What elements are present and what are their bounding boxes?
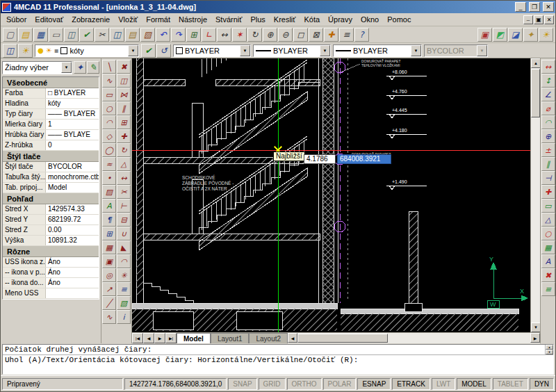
layout-tab[interactable]: Layout1	[211, 333, 250, 343]
draw-hatch-icon[interactable]: ▨	[102, 185, 116, 199]
first-tab-button[interactable]: |◀	[132, 333, 143, 343]
draw-sketch-icon[interactable]: ∿	[102, 310, 116, 324]
property-value[interactable]: —— BYLAYER	[46, 109, 99, 119]
status-toggle[interactable]: GRID	[259, 378, 286, 390]
zoom-out-button[interactable]: ⊖	[278, 28, 293, 42]
property-value[interactable]: BYCOLOR	[46, 162, 99, 172]
status-toggle[interactable]: ORTHO	[287, 378, 322, 390]
layers-icon[interactable]: ≡	[117, 282, 131, 296]
menu-item[interactable]: Nástroje	[174, 14, 211, 25]
undo-button[interactable]: ↶	[156, 28, 170, 42]
section-header-view[interactable]: Pohľad	[3, 193, 99, 204]
print-button[interactable]: ▭	[49, 28, 63, 42]
menu-item[interactable]: Zobrazenie	[67, 14, 114, 25]
draw-ellipse-icon[interactable]: ◯	[102, 143, 116, 157]
layout-tab[interactable]: Layout2	[249, 333, 288, 343]
property-value[interactable]: kóty	[46, 99, 99, 108]
minimize-button[interactable]: _	[515, 2, 526, 12]
draw-point-icon[interactable]: •	[102, 171, 116, 185]
status-toggle[interactable]: DYN	[530, 378, 554, 390]
match-icon[interactable]: ▧	[117, 296, 131, 310]
arrow-up-icon[interactable]: ▲	[546, 345, 553, 350]
erase-icon[interactable]: ✖	[117, 60, 131, 74]
light-button[interactable]: ☀	[539, 28, 553, 42]
property-value[interactable]: 1	[46, 120, 99, 129]
last-tab-button[interactable]: ▶|	[165, 333, 177, 343]
copy-object-icon[interactable]: ◫	[117, 74, 131, 88]
scroll-right-button[interactable]: ▶	[530, 333, 540, 343]
zoom-extents-button[interactable]: ⊠	[309, 28, 323, 42]
dim-continue-icon[interactable]: ⊣	[541, 171, 555, 185]
dim-settings-icon[interactable]: ≡	[541, 282, 555, 296]
mdi-close-button[interactable]: ✕	[544, 15, 554, 24]
move-icon[interactable]: ✚	[117, 129, 131, 143]
status-toggle[interactable]: TABLET	[493, 378, 528, 390]
draw-ray-icon[interactable]: ↗	[102, 282, 116, 296]
next-tab-button[interactable]: ▶	[154, 333, 165, 343]
dim-diameter-icon[interactable]: ⌀	[541, 101, 555, 115]
scale-icon[interactable]: △	[117, 157, 131, 171]
vertical-scrollbar[interactable]: ▲ ▼	[530, 58, 540, 332]
fillet-icon[interactable]: ◠	[117, 254, 131, 268]
vertical-scroll-thumb[interactable]	[531, 69, 540, 117]
dim-tolerance-icon[interactable]: ±	[541, 143, 555, 157]
draw-region-icon[interactable]: ▣	[102, 254, 116, 268]
layer-states-button[interactable]: ☀	[18, 44, 33, 58]
layer-previous-button[interactable]: ↺	[156, 44, 171, 58]
property-value[interactable]: Áno	[46, 257, 99, 267]
property-value[interactable]: 10891.32	[46, 236, 99, 245]
property-value[interactable]: □ BYLAYER	[46, 88, 99, 98]
selection-combo[interactable]: Žiadny výber ▼	[2, 61, 72, 74]
dynamic-input-x[interactable]: 4.1786	[304, 154, 336, 164]
dim-circle-icon[interactable]: ○	[541, 227, 555, 240]
inquiry-icon[interactable]: i	[117, 310, 131, 324]
menu-item[interactable]: Kresliť	[270, 14, 300, 25]
zoom-window-button[interactable]: ◻	[293, 28, 308, 42]
draw-polygon-icon[interactable]: ◇	[102, 129, 116, 143]
zoom-in-button[interactable]: ⊕	[263, 28, 277, 42]
horizontal-scroll-thumb[interactable]	[297, 334, 388, 343]
menu-item[interactable]: Stvárniť	[211, 14, 246, 25]
property-value[interactable]: Áno	[46, 278, 99, 288]
scroll-left-button[interactable]: ◀	[288, 333, 297, 343]
layout-tab[interactable]: Model	[177, 333, 211, 343]
close-button[interactable]: ✕	[543, 2, 554, 12]
cut-button[interactable]: ✂	[95, 28, 109, 42]
pan-button[interactable]: ✚	[324, 28, 338, 42]
status-toggle[interactable]: LWT	[432, 378, 455, 390]
ucs-button[interactable]: ∟	[202, 28, 216, 42]
draw-xline-icon[interactable]: ╱	[102, 296, 116, 310]
menu-item[interactable]: Okno	[357, 14, 383, 25]
status-toggle[interactable]: MODEL	[457, 378, 491, 390]
draw-spline-icon[interactable]: ≈	[102, 157, 116, 171]
save-button[interactable]: ▦	[33, 28, 48, 42]
dim-angular-icon[interactable]: ∠	[541, 88, 555, 101]
coordinates-readout[interactable]: 1427274.1786,684008.3921,0	[124, 378, 227, 390]
scroll-up-button[interactable]: ▲	[531, 58, 541, 68]
stretch-icon[interactable]: ↔	[117, 171, 131, 185]
dim-center-icon[interactable]: ⊕	[541, 129, 555, 143]
menu-item[interactable]: Úpravy	[324, 14, 357, 25]
property-value[interactable]: 1429574.33	[46, 204, 99, 214]
offset-icon[interactable]: ∥	[117, 101, 131, 115]
draw-arc-icon[interactable]: ◠	[102, 115, 116, 129]
property-value[interactable]: monochrome.ctb	[46, 172, 99, 182]
layers-manager-button[interactable]: ◫	[3, 44, 17, 58]
mdi-minimize-button[interactable]: –	[523, 15, 533, 24]
dim-linear-icon[interactable]: ↔	[541, 60, 555, 74]
dim-delete-icon[interactable]: ✖	[541, 268, 555, 282]
materials-button[interactable]: ✦	[523, 28, 538, 42]
distance-button[interactable]: ↔	[217, 28, 231, 42]
menu-item[interactable]: Vložiť	[114, 14, 142, 25]
chamfer-icon[interactable]: ◣	[117, 240, 131, 254]
property-value[interactable]: —— BYLAYE	[46, 130, 99, 140]
dim-leader-icon[interactable]: ✚	[541, 185, 555, 199]
render-button[interactable]: ◪	[508, 28, 523, 42]
new-button[interactable]: ▢	[3, 28, 17, 42]
dynamic-input-y[interactable]: 684008.3921	[337, 154, 391, 164]
draw-rectangle-icon[interactable]: ▭	[102, 88, 116, 101]
dim-ordinate-icon[interactable]: ▭	[541, 199, 555, 213]
quick-select-button[interactable]: ✦	[74, 61, 86, 74]
dim-arc-icon[interactable]: ◠	[541, 115, 555, 129]
select-objects-button[interactable]: ✎	[87, 61, 99, 74]
